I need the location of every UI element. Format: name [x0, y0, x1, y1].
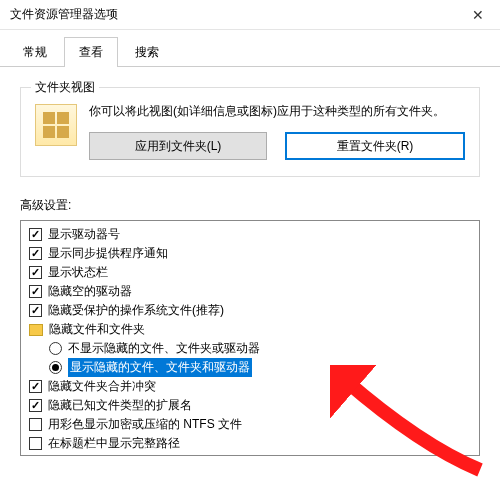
- tree-row[interactable]: 显示同步提供程序通知: [21, 244, 479, 263]
- folder-views-icon: [35, 104, 77, 146]
- tree-row[interactable]: 在标题栏中显示完整路径: [21, 434, 479, 453]
- tree-row[interactable]: 隐藏文件夹合并冲突: [21, 377, 479, 396]
- tree-row[interactable]: 显示驱动器号: [21, 225, 479, 244]
- checkbox-icon[interactable]: [29, 380, 42, 393]
- tree-row-label: 隐藏受保护的操作系统文件(推荐): [48, 302, 224, 319]
- tree-row-label: 显示隐藏的文件、文件夹和驱动器: [68, 358, 252, 377]
- tree-row-label: 隐藏空的驱动器: [48, 283, 132, 300]
- checkbox-icon[interactable]: [29, 399, 42, 412]
- tree-row[interactable]: 隐藏文件和文件夹: [21, 320, 479, 339]
- titlebar: 文件资源管理器选项 ✕: [0, 0, 500, 30]
- reset-folders-button[interactable]: 重置文件夹(R): [285, 132, 465, 160]
- tree-row[interactable]: 隐藏受保护的操作系统文件(推荐): [21, 301, 479, 320]
- folder-icon: [29, 324, 43, 336]
- checkbox-icon[interactable]: [29, 304, 42, 317]
- advanced-tree[interactable]: 显示驱动器号显示同步提供程序通知显示状态栏隐藏空的驱动器隐藏受保护的操作系统文件…: [20, 220, 480, 456]
- tab-strip: 常规 查看 搜索: [0, 30, 500, 67]
- apply-to-folders-button[interactable]: 应用到文件夹(L): [89, 132, 267, 160]
- tab-general[interactable]: 常规: [8, 37, 62, 67]
- tree-row[interactable]: 隐藏空的驱动器: [21, 282, 479, 301]
- tree-row-label: 隐藏文件和文件夹: [49, 321, 145, 338]
- advanced-label: 高级设置:: [20, 197, 480, 214]
- checkbox-icon[interactable]: [29, 228, 42, 241]
- close-button[interactable]: ✕: [455, 0, 500, 30]
- radio-icon[interactable]: [49, 342, 62, 355]
- folder-views-desc: 你可以将此视图(如详细信息或图标)应用于这种类型的所有文件夹。: [89, 102, 465, 120]
- tree-row-label: 隐藏文件夹合并冲突: [48, 378, 156, 395]
- tree-row-label: 隐藏已知文件类型的扩展名: [48, 397, 192, 414]
- tree-row-label: 显示同步提供程序通知: [48, 245, 168, 262]
- tab-content: 文件夹视图 你可以将此视图(如详细信息或图标)应用于这种类型的所有文件夹。 应用…: [0, 67, 500, 456]
- tree-row[interactable]: 不显示隐藏的文件、文件夹或驱动器: [21, 339, 479, 358]
- tab-view[interactable]: 查看: [64, 37, 118, 67]
- tree-row-label: 用彩色显示加密或压缩的 NTFS 文件: [48, 416, 242, 433]
- checkbox-icon[interactable]: [29, 247, 42, 260]
- checkbox-icon[interactable]: [29, 437, 42, 450]
- checkbox-icon[interactable]: [29, 266, 42, 279]
- checkbox-icon[interactable]: [29, 418, 42, 431]
- tree-row-label: 不显示隐藏的文件、文件夹或驱动器: [68, 340, 260, 357]
- radio-icon[interactable]: [49, 361, 62, 374]
- tree-row[interactable]: 显示隐藏的文件、文件夹和驱动器: [21, 358, 479, 377]
- tree-row[interactable]: 用彩色显示加密或压缩的 NTFS 文件: [21, 415, 479, 434]
- window-title: 文件资源管理器选项: [10, 6, 118, 23]
- tree-row-label: 显示状态栏: [48, 264, 108, 281]
- tab-search[interactable]: 搜索: [120, 37, 174, 67]
- tree-row[interactable]: 显示状态栏: [21, 263, 479, 282]
- tree-row[interactable]: 在单独的进程中打开文件夹窗口: [21, 453, 479, 456]
- tree-row-label: 在标题栏中显示完整路径: [48, 435, 180, 452]
- checkbox-icon[interactable]: [29, 285, 42, 298]
- tree-row-label: 在单独的进程中打开文件夹窗口: [48, 454, 216, 456]
- tree-row[interactable]: 隐藏已知文件类型的扩展名: [21, 396, 479, 415]
- folder-views-label: 文件夹视图: [31, 79, 99, 96]
- folder-views-group: 文件夹视图 你可以将此视图(如详细信息或图标)应用于这种类型的所有文件夹。 应用…: [20, 87, 480, 177]
- tree-row-label: 显示驱动器号: [48, 226, 120, 243]
